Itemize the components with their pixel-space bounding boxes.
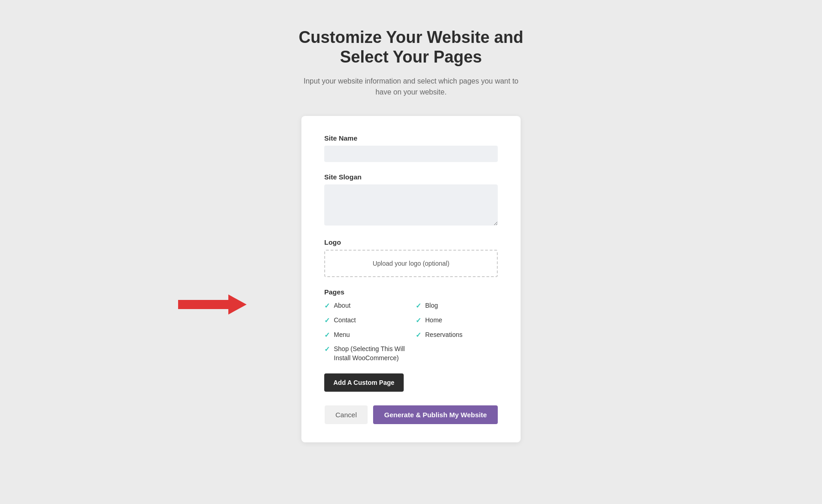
page-subtitle: Input your website information and selec…	[297, 76, 525, 98]
check-icon-about: ✓	[324, 302, 330, 310]
page-item-shop[interactable]: ✓ Shop (Selecting This Will Install WooC…	[324, 345, 406, 362]
page-label-menu: Menu	[334, 331, 350, 340]
check-icon-reservations: ✓	[416, 331, 422, 339]
check-icon-blog: ✓	[416, 302, 422, 310]
page-title: Customize Your Website and Select Your P…	[299, 27, 523, 67]
page-item-about[interactable]: ✓ About	[324, 301, 406, 310]
pages-section: Pages ✓ About ✓ Blog ✓ Contact ✓ Home ✓	[324, 288, 498, 362]
logo-label: Logo	[324, 238, 498, 246]
page-item-blog[interactable]: ✓ Blog	[416, 301, 498, 310]
cancel-button[interactable]: Cancel	[325, 405, 368, 424]
site-name-input[interactable]	[324, 146, 498, 162]
page-label-shop: Shop (Selecting This Will Install WooCom…	[334, 345, 406, 362]
page-item-reservations[interactable]: ✓ Reservations	[416, 331, 498, 340]
page-label-about: About	[334, 301, 351, 310]
page-label-home: Home	[425, 316, 442, 325]
check-icon-menu: ✓	[324, 331, 330, 339]
pages-label: Pages	[324, 288, 498, 296]
page-item-home[interactable]: ✓ Home	[416, 316, 498, 325]
page-label-contact: Contact	[334, 316, 356, 325]
site-slogan-field: Site Slogan	[324, 173, 498, 238]
check-icon-shop: ✓	[324, 345, 330, 353]
page-item-contact[interactable]: ✓ Contact	[324, 316, 406, 325]
site-slogan-input[interactable]	[324, 184, 498, 226]
page-label-blog: Blog	[425, 301, 438, 310]
logo-upload-button[interactable]: Upload your logo (optional)	[324, 250, 498, 277]
publish-button[interactable]: Generate & Publish My Website	[373, 405, 498, 424]
footer-actions: Cancel Generate & Publish My Website	[324, 405, 498, 424]
annotation-arrow	[228, 294, 247, 315]
site-name-field: Site Name	[324, 134, 498, 173]
add-custom-page-button[interactable]: Add A Custom Page	[324, 373, 404, 392]
logo-field: Logo Upload your logo (optional)	[324, 238, 498, 277]
check-icon-contact: ✓	[324, 316, 330, 325]
site-name-label: Site Name	[324, 134, 498, 142]
page-item-menu[interactable]: ✓ Menu	[324, 331, 406, 340]
form-card: Site Name Site Slogan Logo Upload your l…	[301, 116, 521, 442]
check-icon-home: ✓	[416, 316, 422, 325]
pages-grid: ✓ About ✓ Blog ✓ Contact ✓ Home ✓ Menu	[324, 301, 498, 362]
page-label-reservations: Reservations	[425, 331, 463, 340]
site-slogan-label: Site Slogan	[324, 173, 498, 181]
